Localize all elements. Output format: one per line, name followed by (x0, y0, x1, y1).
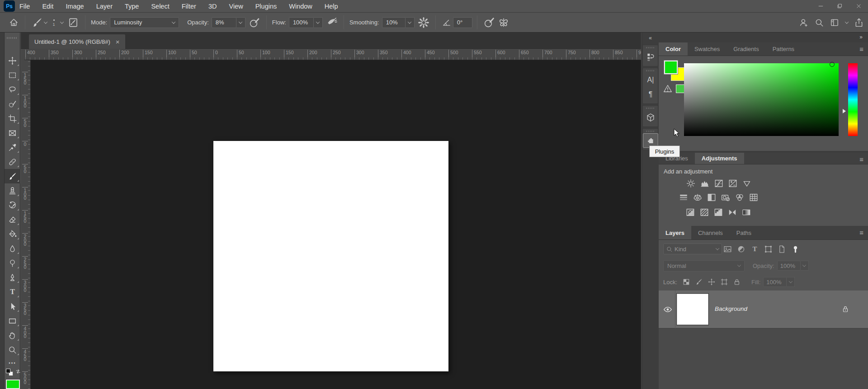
color-lookup-adjustment-button[interactable] (749, 193, 758, 204)
photo-filter-adjustment-button[interactable] (721, 193, 730, 204)
paint-bucket-tool[interactable] (5, 227, 20, 241)
crop-tool[interactable] (5, 111, 20, 126)
default-colors-icon[interactable] (6, 369, 14, 377)
layer-row[interactable]: Background (659, 291, 868, 328)
gamut-color-chip[interactable] (676, 84, 684, 93)
menu-item-help[interactable]: Help (325, 3, 338, 10)
menu-item-3d[interactable]: 3D (208, 3, 217, 10)
menu-item-view[interactable]: View (229, 3, 243, 10)
layer-filter-kind-select[interactable]: Kind (663, 244, 722, 254)
pen-tool[interactable] (5, 270, 20, 285)
menu-item-select[interactable]: Select (151, 3, 169, 10)
tab-channels[interactable]: Channels (691, 226, 730, 239)
lock-position-icon[interactable] (708, 278, 715, 286)
shape-filter-icon[interactable] (764, 245, 773, 253)
minimize-button[interactable] (811, 0, 830, 12)
tab-layers[interactable]: Layers (659, 226, 691, 239)
healing-brush-tool[interactable] (5, 155, 20, 169)
eye-icon[interactable] (663, 305, 672, 314)
gradient-map-adjustment-button[interactable] (742, 208, 751, 219)
move-tool[interactable] (5, 53, 20, 68)
eyedropper-tool[interactable] (5, 140, 20, 155)
toolbar-grip[interactable] (7, 37, 18, 39)
symmetry-icon[interactable] (498, 17, 509, 28)
search-icon[interactable] (815, 18, 824, 27)
3d-panel-button[interactable] (643, 110, 658, 125)
restore-button[interactable] (830, 0, 849, 12)
share-icon[interactable] (854, 18, 863, 27)
chevron-down-icon[interactable] (845, 20, 849, 23)
adjustment-filter-icon[interactable] (737, 245, 745, 253)
panel-menu-icon[interactable]: ≡ (859, 229, 863, 236)
smoothing-dropdown[interactable] (406, 17, 415, 28)
object-selection-tool[interactable] (5, 97, 20, 111)
menu-item-edit[interactable]: Edit (42, 3, 53, 10)
history-brush-tool[interactable] (5, 198, 20, 212)
layer-fill-dropdown[interactable] (787, 277, 795, 287)
threshold-adjustment-button[interactable] (714, 208, 723, 219)
dodge-tool[interactable] (5, 256, 20, 270)
panel-grip[interactable] (646, 108, 655, 109)
menu-item-filter[interactable]: Filter (182, 3, 196, 10)
flow-dropdown[interactable] (314, 17, 323, 28)
posterize-adjustment-button[interactable] (700, 208, 709, 219)
lock-artboard-icon[interactable] (721, 278, 728, 286)
menu-item-window[interactable]: Window (289, 3, 312, 10)
lock-transparency-icon[interactable] (683, 278, 690, 286)
menu-item-plugins[interactable]: Plugins (255, 3, 277, 10)
history-panel-panel-button[interactable] (643, 50, 658, 64)
gamut-warning-icon[interactable] (663, 84, 672, 93)
panel-grip[interactable] (646, 47, 655, 48)
frame-tool[interactable] (5, 126, 20, 140)
home-icon[interactable] (9, 18, 19, 27)
clone-stamp-tool[interactable] (5, 183, 20, 198)
tab-paths[interactable]: Paths (730, 226, 758, 239)
levels-adjustment-button[interactable] (700, 179, 709, 190)
hue-saturation-adjustment-button[interactable] (679, 193, 688, 204)
close-icon[interactable]: × (116, 38, 120, 45)
layer-opacity-input[interactable]: 100% (777, 261, 801, 271)
expand-panels-button[interactable]: » (859, 34, 863, 40)
type-filter-icon[interactable]: T (750, 245, 759, 253)
tab-color[interactable]: Color (659, 42, 688, 56)
brush-preset-icon[interactable] (32, 17, 42, 28)
tab-patterns[interactable]: Patterns (766, 42, 801, 56)
layer-thumbnail[interactable] (677, 294, 708, 325)
collapse-panels-button[interactable]: « (642, 33, 659, 43)
vibrance-adjustment-button[interactable] (742, 179, 751, 190)
filter-toggle-icon[interactable] (791, 245, 800, 253)
zoom-tool[interactable] (5, 342, 20, 357)
brightness-contrast-adjustment-button[interactable] (686, 179, 695, 190)
tab-adjustments[interactable]: Adjustments (695, 153, 744, 164)
edit-toolbar-button[interactable]: ••• (5, 361, 20, 366)
tab-gradients[interactable]: Gradients (726, 42, 765, 56)
black-white-adjustment-button[interactable] (707, 193, 716, 204)
airbrush-icon[interactable] (326, 17, 337, 28)
menu-item-image[interactable]: Image (66, 3, 84, 10)
panel-grip[interactable] (646, 131, 655, 132)
close-button[interactable] (849, 0, 868, 12)
panel-grip[interactable] (646, 70, 655, 71)
layer-blend-mode-select[interactable]: Normal (663, 260, 745, 272)
smartobject-filter-icon[interactable] (778, 245, 786, 253)
curves-adjustment-button[interactable] (714, 179, 723, 190)
flow-input[interactable]: 100% (289, 17, 314, 28)
rectangle-tool[interactable] (5, 314, 20, 328)
lasso-tool[interactable] (5, 82, 20, 97)
layer-opacity-dropdown[interactable] (801, 261, 809, 271)
lock-all-icon[interactable] (733, 278, 741, 286)
foreground-color-swatch[interactable] (664, 61, 678, 74)
eraser-tool[interactable] (5, 212, 20, 227)
document-tab[interactable]: Untitled-1 @ 100% (RGB/8#) × (29, 34, 125, 49)
blur-tool[interactable] (5, 241, 20, 256)
document-canvas[interactable] (213, 141, 448, 371)
foreground-color-swatch[interactable] (6, 380, 20, 389)
pressure-size-icon[interactable] (484, 17, 495, 28)
tab-swatches[interactable]: Swatches (688, 42, 726, 56)
menu-item-layer[interactable]: Layer (96, 3, 113, 10)
lock-pixels-icon[interactable] (695, 278, 703, 286)
opacity-dropdown[interactable] (236, 17, 245, 28)
menu-item-type[interactable]: Type (125, 3, 139, 10)
selective-color-adjustment-button[interactable] (728, 208, 737, 219)
workspace-icon[interactable] (830, 18, 839, 27)
